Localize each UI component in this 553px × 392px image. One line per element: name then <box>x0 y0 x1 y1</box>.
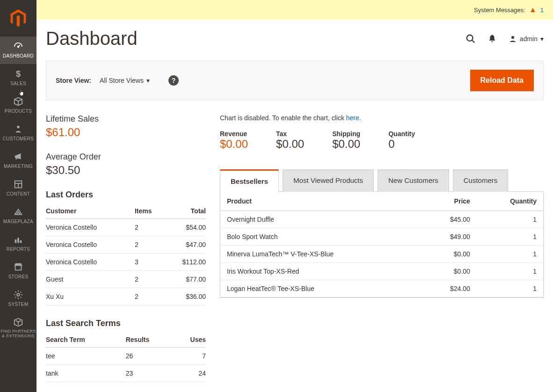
kpi-tax: Tax$0.00 <box>276 130 304 151</box>
table-row[interactable]: tee267 <box>46 348 206 365</box>
tab-most-viewed[interactable]: Most Viewed Products <box>283 169 374 192</box>
store-view-select[interactable]: All Store Views ▾ <box>100 77 150 84</box>
lifetime-sales-value: $61.00 <box>46 126 206 139</box>
nav-reports[interactable]: REPORTS <box>0 230 36 257</box>
nav-customers[interactable]: CUSTOMERS <box>0 119 36 147</box>
average-order-value: $30.50 <box>46 164 206 177</box>
admin-sidebar: DASHBOARD $ SALES PRODUCTS CUSTOMERS MAR… <box>0 0 36 392</box>
kpi-quantity: Quantity0 <box>388 130 415 151</box>
svg-rect-4 <box>15 240 17 243</box>
table-row[interactable]: Veronica Costello2$54.00 <box>46 219 206 236</box>
nav-sales[interactable]: $ SALES <box>0 64 36 92</box>
nav-system[interactable]: SYSTEM <box>0 285 36 312</box>
last-orders-table: Customer Items Total Veronica Costello2$… <box>46 203 206 305</box>
tab-customers[interactable]: Customers <box>453 169 509 192</box>
svg-rect-6 <box>20 240 22 243</box>
tab-content-bestsellers: Product Price Quantity Overnight Duffle$… <box>220 191 544 298</box>
store-view-label: Store View: <box>56 77 91 84</box>
system-messages-count[interactable]: 1 <box>540 7 544 14</box>
reload-data-button[interactable]: Reload Data <box>470 70 534 91</box>
nav-label: DASHBOARD <box>0 53 36 58</box>
nav-label: CONTENT <box>0 191 36 196</box>
account-name: admin <box>520 35 538 43</box>
nav-label: PRODUCTS <box>0 109 36 114</box>
table-row[interactable]: Minerva LumaTech™ V-Tee-XS-Blue$0.001 <box>220 246 543 263</box>
nav-mageplaza[interactable]: MAGEPLAZA <box>0 202 36 230</box>
user-icon <box>509 35 517 43</box>
help-icon[interactable]: ? <box>168 75 179 86</box>
warning-icon: ▲ <box>529 6 537 14</box>
nav-find-partners[interactable]: FIND PARTNERS & EXTENSIONS <box>0 312 36 344</box>
tab-bestsellers[interactable]: Bestsellers <box>220 169 279 192</box>
table-row[interactable]: Logan HeatTec® Tee-XS-Blue$24.001 <box>220 280 543 298</box>
svg-point-7 <box>17 293 20 296</box>
svg-text:$: $ <box>16 69 21 79</box>
svg-point-9 <box>511 36 514 39</box>
nav-products[interactable]: PRODUCTS <box>0 92 36 119</box>
nav-label: CUSTOMERS <box>0 136 36 141</box>
svg-point-8 <box>467 35 473 41</box>
chevron-down-icon: ▾ <box>146 77 150 84</box>
notifications-icon[interactable] <box>487 34 497 44</box>
svg-rect-5 <box>17 238 19 243</box>
nav-label: MARKETING <box>0 164 36 169</box>
lifetime-sales-block: Lifetime Sales $61.00 <box>46 114 206 139</box>
table-row[interactable]: Guest2$77.00 <box>46 271 206 288</box>
system-messages-label: System Messages: <box>474 7 525 14</box>
nav-label: SALES <box>0 81 36 86</box>
nav-label: REPORTS <box>0 247 36 252</box>
last-search-block: Last Search Terms Search Term Results Us… <box>46 319 206 382</box>
table-row[interactable]: Bolo Sport Watch$49.001 <box>220 228 543 246</box>
table-row[interactable]: tank2324 <box>46 365 206 382</box>
enable-chart-link[interactable]: here <box>346 114 359 122</box>
table-row[interactable]: Xu Xu2$36.00 <box>46 288 206 305</box>
nav-label: FIND PARTNERS & EXTENSIONS <box>0 329 36 339</box>
page-title: Dashboard <box>46 28 138 49</box>
magento-logo[interactable] <box>0 0 36 36</box>
kpi-revenue: Revenue$0.00 <box>220 130 248 151</box>
chevron-down-icon: ▾ <box>540 35 544 43</box>
dashboard-tabs: Bestsellers Most Viewed Products New Cus… <box>220 169 544 192</box>
table-row[interactable]: Iris Workout Top-XS-Red$0.001 <box>220 263 543 280</box>
account-menu[interactable]: admin ▾ <box>509 35 544 43</box>
system-messages-bar[interactable]: System Messages: ▲ 1 <box>36 0 553 20</box>
nav-content[interactable]: CONTENT <box>0 174 36 202</box>
nav-marketing[interactable]: MARKETING <box>0 147 36 174</box>
nav-label: MAGEPLAZA <box>0 219 36 224</box>
chart-disabled-message: Chart is disabled. To enable the chart, … <box>220 114 544 122</box>
last-search-table: Search Term Results Uses tee267tank2324 <box>46 332 206 382</box>
kpi-row: Revenue$0.00Tax$0.00Shipping$0.00Quantit… <box>220 130 544 151</box>
nav-stores[interactable]: STORES <box>0 257 36 285</box>
nav-label: STORES <box>0 274 36 279</box>
nav-label: SYSTEM <box>0 302 36 307</box>
last-orders-block: Last Orders Customer Items Total Veronic… <box>46 190 206 305</box>
average-order-block: Average Order $30.50 <box>46 152 206 177</box>
kpi-shipping: Shipping$0.00 <box>332 130 360 151</box>
store-view-bar: Store View: All Store Views ▾ ? Reload D… <box>46 61 544 100</box>
table-row[interactable]: Veronica Costello3$112.00 <box>46 254 206 271</box>
search-icon[interactable] <box>466 34 476 44</box>
tab-new-customers[interactable]: New Customers <box>378 169 449 192</box>
bestsellers-table: Product Price Quantity Overnight Duffle$… <box>220 192 543 298</box>
svg-point-2 <box>17 126 20 129</box>
table-row[interactable]: Veronica Costello2$47.00 <box>46 236 206 254</box>
table-row[interactable]: Overnight Duffle$45.001 <box>220 211 543 228</box>
nav-dashboard[interactable]: DASHBOARD <box>0 36 36 64</box>
